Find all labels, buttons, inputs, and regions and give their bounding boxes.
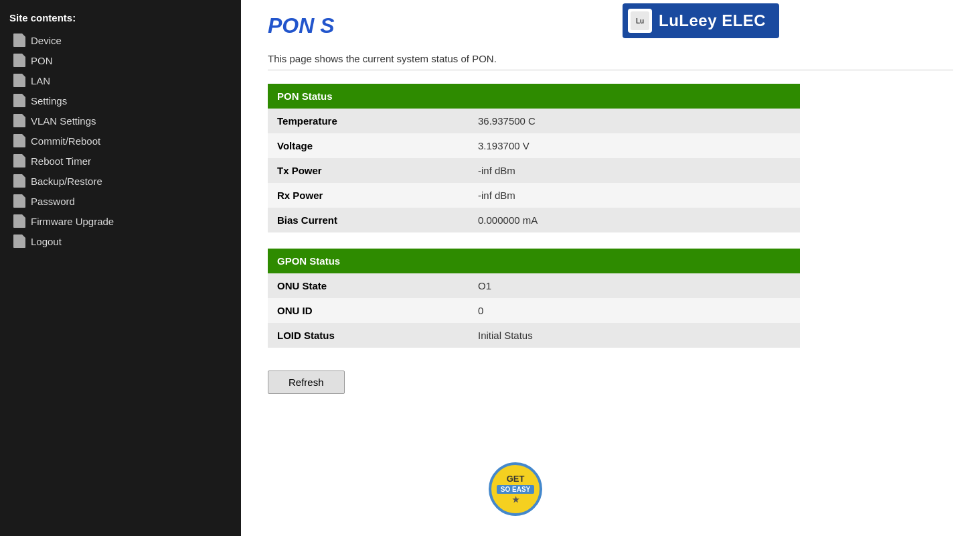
row-label: Bias Current: [268, 208, 469, 232]
row-label: Rx Power: [268, 183, 469, 208]
sidebar-item-label: VLAN Settings: [31, 115, 96, 127]
logo-text: LuLeey ELEC: [659, 11, 766, 30]
row-label: LOID Status: [268, 323, 469, 348]
sidebar-item-label: Commit/Reboot: [31, 135, 100, 147]
doc-icon: [13, 214, 25, 228]
badge-star: ★: [512, 495, 519, 505]
pon-status-table: PON Status Temperature36.937500 CVoltage…: [268, 84, 800, 232]
sidebar-item-password[interactable]: Password: [0, 191, 241, 211]
sidebar-section-label: Site contents:: [0, 7, 241, 30]
row-value: 3.193700 V: [469, 133, 800, 158]
doc-icon: [13, 94, 25, 107]
logo-banner: Lu LuLeey ELEC: [623, 3, 779, 38]
gpon-status-section: GPON Status ONU StateO1ONU ID0LOID Statu…: [268, 249, 953, 348]
logo-icon-inner: Lu: [631, 11, 649, 30]
top-area: PON S Lu LuLeey ELEC: [241, 0, 980, 45]
row-value: -inf dBm: [469, 158, 800, 183]
doc-icon: [13, 174, 25, 188]
sidebar-item-device[interactable]: Device: [0, 30, 241, 50]
row-value: O1: [469, 273, 800, 298]
doc-icon: [13, 34, 25, 47]
doc-icon: [13, 134, 25, 147]
doc-icon: [13, 114, 25, 127]
sidebar-item-firmware-upgrade[interactable]: Firmware Upgrade: [0, 211, 241, 231]
table-row: Temperature36.937500 C: [268, 109, 800, 133]
row-label: Voltage: [268, 133, 469, 158]
table-row: Tx Power-inf dBm: [268, 158, 800, 183]
pon-status-section: PON Status Temperature36.937500 CVoltage…: [268, 84, 953, 232]
sidebar-item-label: PON: [31, 55, 53, 66]
table-row: ONU StateO1: [268, 273, 800, 298]
doc-icon: [13, 234, 25, 248]
divider: [268, 70, 953, 70]
subtitle-text: This page shows the current system statu…: [241, 45, 980, 70]
row-label: ONU ID: [268, 298, 469, 323]
row-label: Tx Power: [268, 158, 469, 183]
refresh-area: Refresh: [241, 364, 980, 407]
sidebar-item-label: Backup/Restore: [31, 176, 102, 187]
page-title: PON S: [268, 13, 335, 38]
row-value: 36.937500 C: [469, 109, 800, 133]
badge-get-text: GET: [507, 474, 525, 484]
sidebar-item-vlan-settings[interactable]: VLAN Settings: [0, 111, 241, 131]
sidebar-item-reboot-timer[interactable]: Reboot Timer: [0, 151, 241, 171]
refresh-button[interactable]: Refresh: [268, 371, 345, 394]
sidebar-item-label: Firmware Upgrade: [31, 216, 114, 227]
sidebar-item-label: Reboot Timer: [31, 155, 91, 167]
table-row: Voltage3.193700 V: [268, 133, 800, 158]
pon-status-header: PON Status: [268, 84, 800, 109]
sidebar-item-pon[interactable]: PON: [0, 50, 241, 70]
sidebar-item-label: Logout: [31, 236, 62, 247]
sidebar-item-label: Device: [31, 35, 62, 46]
pon-status-body: Temperature36.937500 CVoltage3.193700 VT…: [268, 109, 800, 232]
sidebar: Site contents: DevicePONLANSettingsVLAN …: [0, 0, 241, 536]
sidebar-item-label: LAN: [31, 75, 50, 86]
row-value: 0: [469, 298, 800, 323]
sidebar-item-backup-restore[interactable]: Backup/Restore: [0, 171, 241, 191]
gpon-status-header: GPON Status: [268, 249, 800, 273]
sidebar-item-lan[interactable]: LAN: [0, 70, 241, 90]
sidebar-item-settings[interactable]: Settings: [0, 90, 241, 111]
logo-icon: Lu: [628, 9, 652, 33]
row-value: 0.000000 mA: [469, 208, 800, 232]
sidebar-item-commit-reboot[interactable]: Commit/Reboot: [0, 131, 241, 151]
table-row: LOID StatusInitial Status: [268, 323, 800, 348]
doc-icon: [13, 74, 25, 87]
doc-icon: [13, 154, 25, 168]
row-label: Temperature: [268, 109, 469, 133]
gpon-status-body: ONU StateO1ONU ID0LOID StatusInitial Sta…: [268, 273, 800, 348]
sidebar-item-logout[interactable]: Logout: [0, 231, 241, 251]
row-value: Initial Status: [469, 323, 800, 348]
table-row: Rx Power-inf dBm: [268, 183, 800, 208]
get-so-easy-badge: GET SO EASY ★: [489, 462, 542, 516]
sidebar-item-label: Settings: [31, 95, 67, 107]
row-value: -inf dBm: [469, 183, 800, 208]
table-row: Bias Current0.000000 mA: [268, 208, 800, 232]
row-label: ONU State: [268, 273, 469, 298]
table-row: ONU ID0: [268, 298, 800, 323]
doc-icon: [13, 54, 25, 67]
badge-so-easy-text: SO EASY: [497, 485, 534, 494]
sidebar-nav: DevicePONLANSettingsVLAN SettingsCommit/…: [0, 30, 241, 251]
main-content: PON S Lu LuLeey ELEC This page shows the…: [241, 0, 980, 536]
doc-icon: [13, 194, 25, 208]
gpon-status-table: GPON Status ONU StateO1ONU ID0LOID Statu…: [268, 249, 800, 348]
sidebar-item-label: Password: [31, 196, 75, 207]
